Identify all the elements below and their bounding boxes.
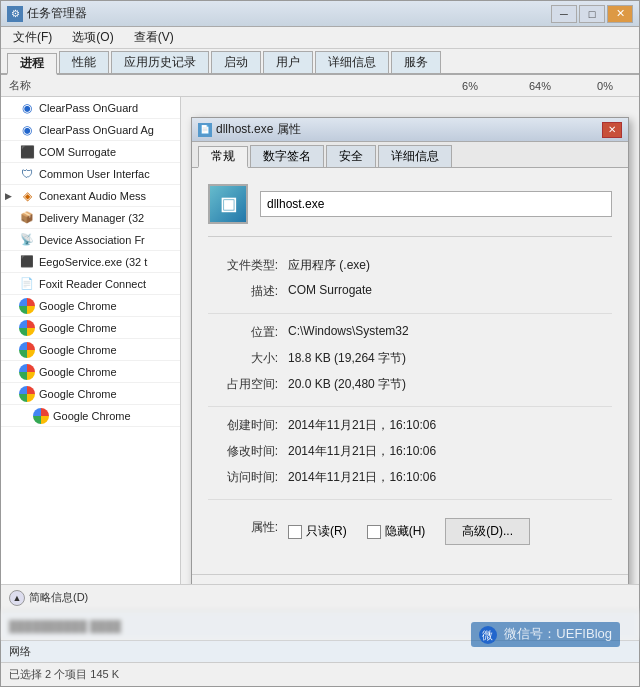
list-item[interactable]: Google Chrome [1, 295, 180, 317]
dialog-close-button[interactable]: ✕ [602, 122, 622, 138]
file-name-input[interactable] [260, 191, 612, 217]
expand-label: 简略信息(D) [29, 590, 88, 605]
menu-options[interactable]: 选项(O) [64, 27, 121, 48]
expand-icon: ▲ [9, 590, 25, 606]
prop-value-location: C:\Windows\System32 [288, 324, 612, 341]
menu-bar: 文件(F) 选项(O) 查看(V) [1, 27, 639, 49]
process-label: EegoService.exe (32 t [39, 256, 176, 268]
list-item[interactable]: 📄 Foxit Reader Connect [1, 273, 180, 295]
prop-label-location: 位置: [208, 324, 288, 341]
hidden-label: 隐藏(H) [385, 523, 426, 540]
dialog-tab-signature[interactable]: 数字签名 [250, 145, 324, 167]
readonly-checkbox[interactable] [288, 525, 302, 539]
prop-value-size: 18.8 KB (19,264 字节) [288, 350, 612, 367]
list-item[interactable]: ⬛ COM Surrogate [1, 141, 180, 163]
prop-section-dates: 创建时间: 2014年11月21日，16:10:06 修改时间: 2014年11… [208, 413, 612, 491]
advanced-button[interactable]: 高级(D)... [445, 518, 530, 545]
list-item[interactable]: Google Chrome [1, 383, 180, 405]
prop-value-accessed: 2014年11月21日，16:10:06 [288, 469, 612, 486]
process-icon-chrome2 [19, 320, 35, 336]
prop-row-type: 文件类型: 应用程序 (.exe) [208, 253, 612, 279]
properties-dialog: 📄 dllhost.exe 属性 ✕ 常规 数字签名 安全 详细信息 [191, 117, 629, 584]
prop-label-accessed: 访问时间: [208, 469, 288, 486]
col-cpu-header: 6% [435, 80, 505, 92]
dialog-tab-details[interactable]: 详细信息 [378, 145, 452, 167]
dialog-overlay: 📄 dllhost.exe 属性 ✕ 常规 数字签名 安全 详细信息 [181, 97, 639, 584]
process-icon-clearpass: ◉ [19, 100, 35, 116]
minimize-button[interactable]: ─ [551, 5, 577, 23]
dialog-icon: 📄 [198, 123, 212, 137]
tab-services[interactable]: 服务 [391, 51, 441, 73]
list-item[interactable]: ⬛ EegoService.exe (32 t [1, 251, 180, 273]
process-label: Google Chrome [39, 388, 176, 400]
file-header: ▣ [208, 184, 612, 237]
taskmanager-window: ⚙ 任务管理器 ─ □ ✕ 文件(F) 选项(O) 查看(V) 进程 性能 应用… [0, 0, 640, 687]
list-item[interactable]: Google Chrome [1, 405, 180, 427]
prop-value-type: 应用程序 (.exe) [288, 257, 612, 274]
process-icon-foxit: 📄 [19, 276, 35, 292]
process-icon-chrome5 [19, 386, 35, 402]
dialog-tab-security[interactable]: 安全 [326, 145, 376, 167]
dialog-tab-general[interactable]: 常规 [198, 146, 248, 168]
prop-row-occupy: 占用空间: 20.0 KB (20,480 字节) [208, 372, 612, 398]
process-icon-chrome1 [19, 298, 35, 314]
prop-label-occupy: 占用空间: [208, 376, 288, 393]
process-label: Device Association Fr [39, 234, 176, 246]
status-bar: ▲ 简略信息(D) [1, 584, 639, 610]
menu-view[interactable]: 查看(V) [126, 27, 182, 48]
tab-users[interactable]: 用户 [263, 51, 313, 73]
list-item[interactable]: ▶ ◈ Conexant Audio Mess [1, 185, 180, 207]
checkbox-hidden[interactable]: 隐藏(H) [367, 523, 426, 540]
hidden-checkbox[interactable] [367, 525, 381, 539]
process-list[interactable]: ◉ ClearPass OnGuard ◉ ClearPass OnGuard … [1, 97, 181, 584]
list-item[interactable]: Google Chrome [1, 339, 180, 361]
prop-section: 文件类型: 应用程序 (.exe) 描述: COM Surrogate [208, 253, 612, 305]
dialog-title: dllhost.exe 属性 [216, 121, 301, 138]
tab-startup[interactable]: 启动 [211, 51, 261, 73]
bottom-status: 已选择 2 个项目 145 K [9, 667, 119, 682]
dialog-footer: 确定 [192, 574, 628, 584]
list-item[interactable]: Google Chrome [1, 361, 180, 383]
window-title: 任务管理器 [27, 5, 87, 22]
menu-file[interactable]: 文件(F) [5, 27, 60, 48]
process-label: Delivery Manager (32 [39, 212, 176, 224]
tabs-bar: 进程 性能 应用历史记录 启动 用户 详细信息 服务 [1, 49, 639, 75]
prop-value-modified: 2014年11月21日，16:10:06 [288, 443, 612, 460]
tab-history[interactable]: 应用历史记录 [111, 51, 209, 73]
main-content: ◉ ClearPass OnGuard ◉ ClearPass OnGuard … [1, 97, 639, 584]
maximize-button[interactable]: □ [579, 5, 605, 23]
readonly-label: 只读(R) [306, 523, 347, 540]
prop-row-modified: 修改时间: 2014年11月21日，16:10:06 [208, 439, 612, 465]
list-item[interactable]: ◉ ClearPass OnGuard Ag [1, 119, 180, 141]
tab-details[interactable]: 详细信息 [315, 51, 389, 73]
tab-processes[interactable]: 进程 [7, 53, 57, 75]
network-section: 网络 [1, 640, 639, 662]
list-item[interactable]: 📦 Delivery Manager (32 [1, 207, 180, 229]
list-item[interactable]: Google Chrome [1, 317, 180, 339]
process-label: Foxit Reader Connect [39, 278, 176, 290]
prop-row-accessed: 访问时间: 2014年11月21日，16:10:06 [208, 465, 612, 491]
prop-section-location: 位置: C:\Windows\System32 大小: 18.8 KB (19,… [208, 320, 612, 398]
bottom-bar: 已选择 2 个项目 145 K [1, 662, 639, 686]
process-icon-eego: ⬛ [19, 254, 35, 270]
prop-value-created: 2014年11月21日，16:10:06 [288, 417, 612, 434]
dialog-content: ▣ 文件类型: 应用程序 (.exe) 描述: COM Surrogat [192, 168, 628, 566]
process-label: Google Chrome [39, 300, 176, 312]
summary-area: ██████████ ████ [1, 610, 639, 640]
list-item[interactable]: 📡 Device Association Fr [1, 229, 180, 251]
col-disk-header: 0% [575, 80, 635, 92]
title-bar-left: ⚙ 任务管理器 [7, 5, 87, 22]
process-icon-delivery: 📦 [19, 210, 35, 226]
expand-summary-button[interactable]: ▲ 简略信息(D) [9, 590, 88, 606]
process-icon-chrome6 [33, 408, 49, 424]
title-bar-controls: ─ □ ✕ [551, 5, 633, 23]
list-item[interactable]: ◉ ClearPass OnGuard [1, 97, 180, 119]
tab-performance[interactable]: 性能 [59, 51, 109, 73]
close-button[interactable]: ✕ [607, 5, 633, 23]
section-divider [208, 406, 612, 407]
list-item[interactable]: 🛡 Common User Interfac [1, 163, 180, 185]
prop-row-created: 创建时间: 2014年11月21日，16:10:06 [208, 413, 612, 439]
checkbox-readonly[interactable]: 只读(R) [288, 523, 347, 540]
app-icon: ⚙ [7, 6, 23, 22]
network-label: 网络 [9, 644, 31, 659]
